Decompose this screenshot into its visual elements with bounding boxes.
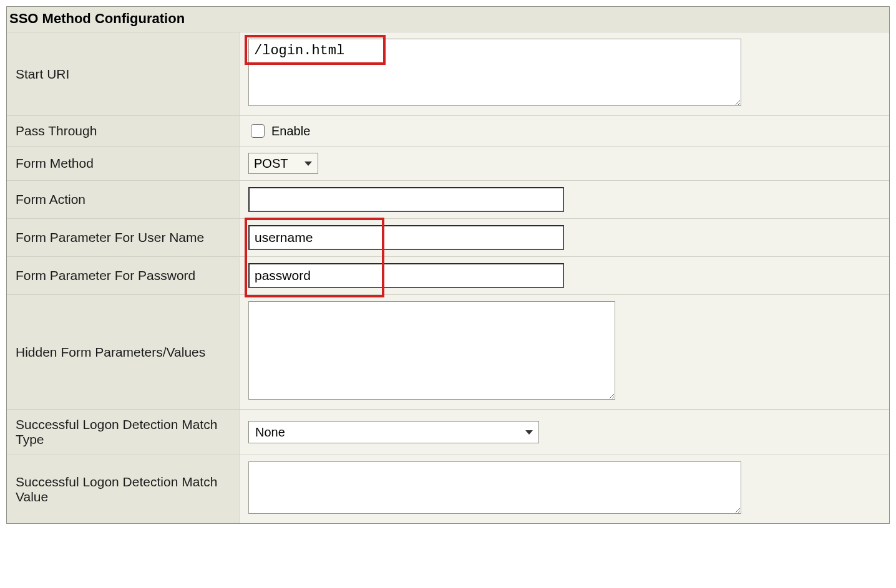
row-param-username: Form Parameter For User Name [7, 219, 889, 257]
row-pass-through: Pass Through Enable [7, 116, 889, 147]
row-match-type: Successful Logon Detection Match Type No… [7, 410, 889, 455]
row-hidden-params: Hidden Form Parameters/Values [7, 295, 889, 410]
config-form-table: Start URI Pass Through Enable [7, 32, 889, 523]
label-match-type: Successful Logon Detection Match Type [7, 410, 240, 455]
row-match-value: Successful Logon Detection Match Value [7, 455, 889, 524]
form-method-select[interactable]: POST [248, 153, 318, 174]
label-start-uri: Start URI [7, 32, 240, 116]
label-param-username: Form Parameter For User Name [7, 219, 240, 257]
label-form-action: Form Action [7, 181, 240, 219]
param-username-input[interactable] [248, 225, 564, 250]
row-param-password: Form Parameter For Password [7, 257, 889, 295]
label-form-method: Form Method [7, 147, 240, 181]
pass-through-option-label: Enable [271, 124, 310, 138]
sso-config-panel: SSO Method Configuration Start URI Pass … [6, 6, 890, 524]
panel-title: SSO Method Configuration [7, 7, 889, 32]
hidden-params-input[interactable] [248, 301, 615, 400]
pass-through-checkbox[interactable] [251, 124, 265, 138]
start-uri-input[interactable] [248, 39, 741, 106]
form-action-input[interactable] [248, 187, 564, 212]
param-password-input[interactable] [248, 263, 564, 288]
row-start-uri: Start URI [7, 32, 889, 116]
row-form-method: Form Method POST [7, 147, 889, 181]
label-hidden-params: Hidden Form Parameters/Values [7, 295, 240, 410]
label-pass-through: Pass Through [7, 116, 240, 147]
label-match-value: Successful Logon Detection Match Value [7, 455, 240, 524]
match-type-select[interactable]: None [248, 421, 539, 443]
match-value-input[interactable] [248, 461, 741, 514]
label-param-password: Form Parameter For Password [7, 257, 240, 295]
row-form-action: Form Action [7, 181, 889, 219]
